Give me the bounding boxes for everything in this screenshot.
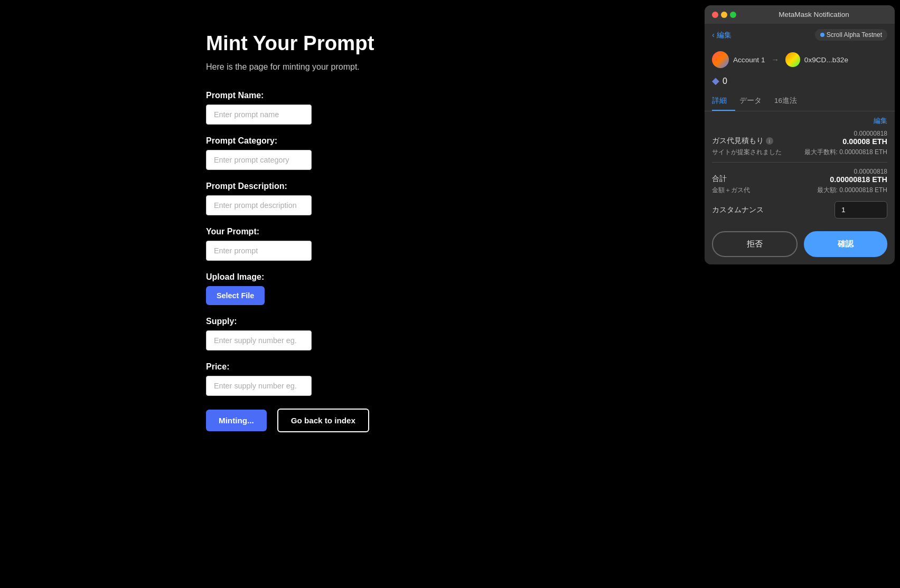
prompt-category-label: Prompt Category:: [206, 136, 401, 146]
mm-back-button[interactable]: ‹ 編集: [712, 30, 732, 40]
close-icon[interactable]: [712, 12, 718, 18]
your-prompt-group: Your Prompt:: [206, 227, 401, 261]
action-buttons: Minting... Go back to index: [206, 409, 401, 432]
supply-input[interactable]: [206, 330, 312, 350]
mm-max-label: 最大額: 0.00000818 ETH: [817, 186, 887, 195]
mm-account-name: Account 1: [733, 56, 765, 64]
tab-hex-label: 16進法: [774, 97, 797, 105]
prompt-description-group: Prompt Description:: [206, 182, 401, 215]
prompt-category-group: Prompt Category:: [206, 136, 401, 170]
mm-network-badge[interactable]: Scroll Alpha Testnet: [815, 29, 887, 41]
prompt-name-input[interactable]: [206, 105, 312, 125]
tab-hex[interactable]: 16進法: [774, 92, 805, 111]
mm-total-row: 合計 0.00000818 0.00000818 ETH: [712, 168, 887, 184]
mm-confirm-button[interactable]: 確認: [804, 231, 887, 257]
mm-gas-fee-label: ガス代見積もり i: [712, 136, 773, 146]
price-group: Price:: [206, 362, 401, 396]
mm-edit-link[interactable]: 編集: [712, 117, 887, 126]
mm-nonce-label: カスタムナンス: [712, 205, 764, 215]
network-status-icon: [820, 33, 824, 37]
mm-gas-fee-text: ガス代見積もり: [712, 136, 764, 146]
mm-proposed-value: 最大手数料: 0.00000818 ETH: [804, 148, 887, 157]
info-icon[interactable]: i: [766, 137, 773, 145]
mm-gas-fee-large: 0.00008 ETH: [842, 137, 887, 146]
tab-data[interactable]: データ: [739, 92, 770, 111]
minimize-icon[interactable]: [721, 12, 727, 18]
mm-nonce-input[interactable]: [835, 201, 887, 219]
mm-tabs: 詳細 データ 16進法: [705, 92, 895, 111]
maximize-icon[interactable]: [730, 12, 736, 18]
mm-total-label: 合計: [712, 174, 727, 184]
mm-dest-address: 0x9CD...b32e: [804, 56, 848, 64]
mm-footer: 拒否 確認: [705, 224, 895, 264]
metamask-panel: MetaMask Notification ‹ 編集 Scroll Alpha …: [705, 5, 895, 264]
tab-detail-label: 詳細: [712, 97, 727, 105]
mm-eth-balance: ◆ 0: [705, 73, 895, 92]
mm-amount-gas-row: 金額＋ガス代 最大額: 0.00000818 ETH: [712, 186, 887, 195]
chevron-left-icon: ‹: [712, 31, 715, 39]
mm-back-label: 編集: [717, 30, 732, 40]
minting-button[interactable]: Minting...: [206, 410, 267, 431]
prompt-description-label: Prompt Description:: [206, 182, 401, 191]
mm-nonce-section: カスタムナンス: [712, 201, 887, 219]
price-input[interactable]: [206, 376, 312, 396]
main-content: Mint Your Prompt Here is the page for mi…: [0, 0, 401, 464]
price-label: Price:: [206, 362, 401, 372]
mm-title-bar: MetaMask Notification: [705, 5, 895, 24]
your-prompt-label: Your Prompt:: [206, 227, 401, 236]
mm-gas-fee-small: 0.00000818: [842, 130, 887, 137]
mm-header: ‹ 編集 Scroll Alpha Testnet: [705, 24, 895, 46]
prompt-name-group: Prompt Name:: [206, 91, 401, 125]
mm-reject-button[interactable]: 拒否: [712, 231, 798, 257]
arrow-right-icon: →: [771, 55, 779, 64]
mm-gas-fee-row: ガス代見積もり i 0.00000818 0.00008 ETH: [712, 130, 887, 146]
your-prompt-input[interactable]: [206, 241, 312, 261]
ethereum-icon: ◆: [712, 75, 719, 87]
prompt-name-label: Prompt Name:: [206, 91, 401, 100]
supply-label: Supply:: [206, 317, 401, 326]
tab-detail[interactable]: 詳細: [712, 92, 735, 111]
supply-group: Supply:: [206, 317, 401, 350]
mm-total-value: 0.00000818 0.00000818 ETH: [830, 168, 887, 184]
tab-data-label: データ: [739, 97, 762, 105]
mm-eth-amount: 0: [723, 77, 727, 86]
upload-image-label: Upload Image:: [206, 272, 401, 282]
go-back-button[interactable]: Go back to index: [277, 409, 369, 432]
page-title: Mint Your Prompt: [206, 32, 401, 55]
page-subtitle: Here is the page for minting your prompt…: [206, 62, 401, 72]
mm-amount-gas-label: 金額＋ガス代: [712, 186, 750, 195]
upload-image-group: Upload Image: Select File: [206, 272, 401, 305]
prompt-category-input[interactable]: [206, 150, 312, 170]
mm-traffic-lights: [712, 12, 736, 18]
select-file-button[interactable]: Select File: [206, 286, 265, 305]
mm-title: MetaMask Notification: [740, 11, 887, 18]
mm-gas-fee-value: 0.00000818 0.00008 ETH: [842, 130, 887, 146]
mm-account-row: Account 1 → 0x9CD...b32e: [705, 46, 895, 73]
avatar: [712, 51, 729, 68]
dest-avatar: [785, 52, 800, 67]
mm-body: 編集 ガス代見積もり i 0.00000818 0.00008 ETH サイトが…: [705, 111, 895, 224]
mm-total-large: 0.00000818 ETH: [830, 175, 887, 184]
mm-total-small: 0.00000818: [830, 168, 887, 175]
mm-proposed-row: サイトが提案されました 最大手数料: 0.00000818 ETH: [712, 148, 887, 157]
mm-network-label: Scroll Alpha Testnet: [827, 31, 882, 39]
mm-total-section: 合計 0.00000818 0.00000818 ETH 金額＋ガス代 最大額:…: [712, 168, 887, 195]
mm-divider: [712, 162, 887, 163]
mm-proposed-label: サイトが提案されました: [712, 148, 782, 157]
prompt-description-input[interactable]: [206, 195, 312, 215]
